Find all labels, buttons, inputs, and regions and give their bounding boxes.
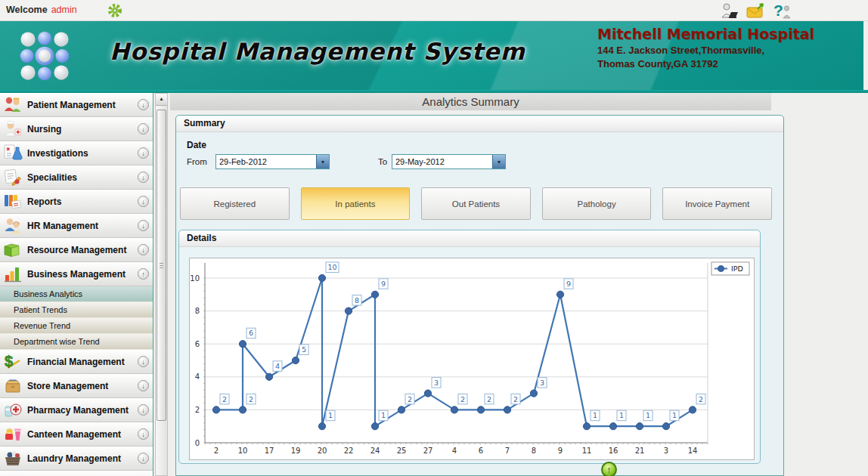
expand-arrow-icon[interactable]: ↓ bbox=[138, 404, 149, 416]
submenu-item-revenue-trend[interactable]: Revenue Trend bbox=[0, 318, 153, 334]
sidebar-item-laundry-management[interactable]: Laundry Management↓ bbox=[0, 447, 153, 471]
filter-button-registered[interactable]: Registered bbox=[180, 187, 290, 220]
data-point-marker[interactable] bbox=[371, 291, 378, 298]
sidebar-item-canteen-management[interactable]: Canteen Management↓ bbox=[0, 422, 153, 447]
dropdown-arrow-icon[interactable]: ▼ bbox=[316, 155, 329, 168]
submenu-item-department-wise-trend[interactable]: Department wise Trend bbox=[0, 334, 153, 350]
data-point-marker[interactable] bbox=[636, 423, 643, 430]
sidebar-item-reports[interactable]: Reports↓ bbox=[0, 190, 153, 214]
sidebar-item-specialities[interactable]: Specialities↓ bbox=[0, 165, 153, 190]
expand-arrow-icon[interactable]: ↓ bbox=[138, 172, 149, 183]
sidebar-item-hr-management[interactable]: HR Management↓ bbox=[0, 214, 153, 238]
data-point-label: 2 bbox=[487, 395, 491, 403]
dollar-icon: $ bbox=[3, 352, 23, 372]
data-point-label: 1 bbox=[619, 411, 624, 419]
collapse-arrow-icon[interactable]: ↑ bbox=[138, 268, 149, 280]
help-icon[interactable]: ? bbox=[773, 2, 792, 20]
expand-arrow-icon[interactable]: ↓ bbox=[138, 196, 149, 207]
data-point-marker[interactable] bbox=[398, 406, 405, 413]
sidebar-item-investigations[interactable]: Investigations↓ bbox=[0, 141, 153, 165]
expand-arrow-icon[interactable]: ↓ bbox=[138, 380, 149, 391]
data-point-marker[interactable] bbox=[239, 406, 246, 413]
x-tick-label: 3 bbox=[664, 447, 668, 455]
scroll-top-icon[interactable]: ↑ bbox=[601, 462, 617, 476]
expand-arrow-icon[interactable]: ↓ bbox=[138, 453, 149, 464]
sidebar-item-business-management[interactable]: Business Management↑ bbox=[0, 262, 153, 286]
data-point-marker[interactable] bbox=[212, 406, 219, 413]
data-point-marker[interactable] bbox=[239, 341, 246, 348]
laundry-basket-icon bbox=[3, 449, 23, 468]
dropdown-arrow-icon[interactable]: ▼ bbox=[492, 155, 505, 168]
specialities-notes-icon bbox=[3, 168, 23, 187]
filter-button-out-patients[interactable]: Out Patients bbox=[421, 187, 531, 220]
report-binders-icon bbox=[3, 192, 23, 212]
sidebar-item-financial-management[interactable]: $Financial Management↓ bbox=[0, 350, 153, 374]
sidebar-item-nursing[interactable]: Nursing↓ bbox=[0, 117, 153, 141]
sidebar-scrollbar[interactable]: ▲ bbox=[155, 93, 168, 476]
to-label: To bbox=[378, 157, 387, 166]
expand-arrow-icon[interactable]: ↓ bbox=[138, 123, 149, 134]
hospital-management-app: Welcomeadmin ? bbox=[0, 0, 868, 476]
page-title: Analytics Summary bbox=[422, 95, 519, 108]
to-date-value: 29-May-2012 bbox=[392, 157, 492, 166]
x-tick-label: 2 bbox=[214, 447, 219, 455]
user-session-icon[interactable] bbox=[720, 2, 739, 20]
data-point-marker[interactable] bbox=[530, 390, 537, 397]
app-header: Hospital Management System Mitchell Memo… bbox=[0, 21, 863, 90]
sidebar-item-label: Nursing bbox=[27, 124, 138, 134]
x-tick-label: 6 bbox=[479, 447, 483, 455]
y-tick-label: 8 bbox=[195, 307, 200, 315]
submenu-item-patient-trends[interactable]: Patient Trends bbox=[0, 302, 153, 318]
expand-arrow-icon[interactable]: ↓ bbox=[138, 147, 149, 159]
settings-gear-icon[interactable] bbox=[107, 3, 122, 18]
filter-button-in-patients[interactable]: In patients bbox=[301, 187, 411, 220]
data-point-marker[interactable] bbox=[265, 373, 272, 380]
date-label: Date bbox=[187, 140, 206, 150]
summary-panel-header: Summary bbox=[176, 116, 783, 132]
data-point-marker[interactable] bbox=[345, 308, 352, 314]
details-panel: Details 02468102101719202224252746789111… bbox=[178, 230, 761, 464]
sidebar-item-clipped[interactable] bbox=[0, 471, 153, 476]
expand-arrow-icon[interactable]: ↓ bbox=[138, 244, 149, 255]
expand-arrow-icon[interactable]: ↓ bbox=[138, 356, 149, 367]
x-tick-label: 8 bbox=[532, 447, 536, 455]
filter-button-invoice-payment[interactable]: Invoice Payment bbox=[662, 187, 772, 220]
data-point-marker[interactable] bbox=[609, 423, 616, 430]
mail-icon[interactable] bbox=[746, 2, 766, 20]
from-date-select[interactable]: 29-Feb-2012 ▼ bbox=[215, 154, 330, 169]
data-point-marker[interactable] bbox=[318, 423, 325, 430]
data-point-label: 1 bbox=[381, 411, 386, 419]
expand-arrow-icon[interactable]: ↓ bbox=[138, 220, 149, 231]
x-tick-label: 27 bbox=[423, 447, 433, 455]
data-point-marker[interactable] bbox=[477, 406, 484, 413]
data-point-label: 4 bbox=[275, 362, 280, 370]
data-point-marker[interactable] bbox=[504, 406, 510, 413]
data-point-marker[interactable] bbox=[318, 274, 325, 281]
x-tick-label: 10 bbox=[238, 447, 248, 455]
data-point-marker[interactable] bbox=[662, 423, 669, 430]
expand-arrow-icon[interactable]: ↓ bbox=[138, 99, 149, 110]
hospital-address-line1: 144 E. Jackson Street,Thormasville, bbox=[597, 45, 858, 56]
data-point-label: 2 bbox=[460, 395, 465, 403]
submenu-item-business-analytics[interactable]: Business Analytics bbox=[0, 286, 153, 302]
data-point-label: 1 bbox=[672, 411, 677, 419]
scrollbar-up-arrow-icon[interactable]: ▲ bbox=[156, 94, 167, 106]
sidebar-item-store-management[interactable]: Store Management↓ bbox=[0, 374, 153, 398]
sidebar-item-pharmacy-management[interactable]: Pharmacy Management↓ bbox=[0, 398, 153, 422]
scrollbar-thumb[interactable] bbox=[157, 110, 166, 421]
data-point-marker[interactable] bbox=[583, 423, 590, 430]
data-point-label: 2 bbox=[249, 395, 253, 403]
data-point-marker[interactable] bbox=[556, 291, 563, 298]
data-point-marker[interactable] bbox=[424, 390, 431, 397]
data-point-marker[interactable] bbox=[451, 406, 457, 413]
sidebar-item-resource-management[interactable]: Resource Management↓ bbox=[0, 238, 153, 262]
filter-button-pathology[interactable]: Pathology bbox=[542, 187, 652, 220]
expand-arrow-icon[interactable]: ↓ bbox=[138, 428, 149, 440]
data-point-marker[interactable] bbox=[292, 357, 299, 363]
data-point-marker[interactable] bbox=[371, 423, 378, 430]
to-date-select[interactable]: 29-May-2012 ▼ bbox=[392, 154, 506, 169]
welcome-label: Welcome bbox=[6, 5, 48, 15]
sidebar-item-label: Specialities bbox=[27, 172, 138, 183]
sidebar-item-patient-management[interactable]: Patient Management↓ bbox=[0, 93, 153, 117]
data-point-marker[interactable] bbox=[689, 406, 696, 413]
